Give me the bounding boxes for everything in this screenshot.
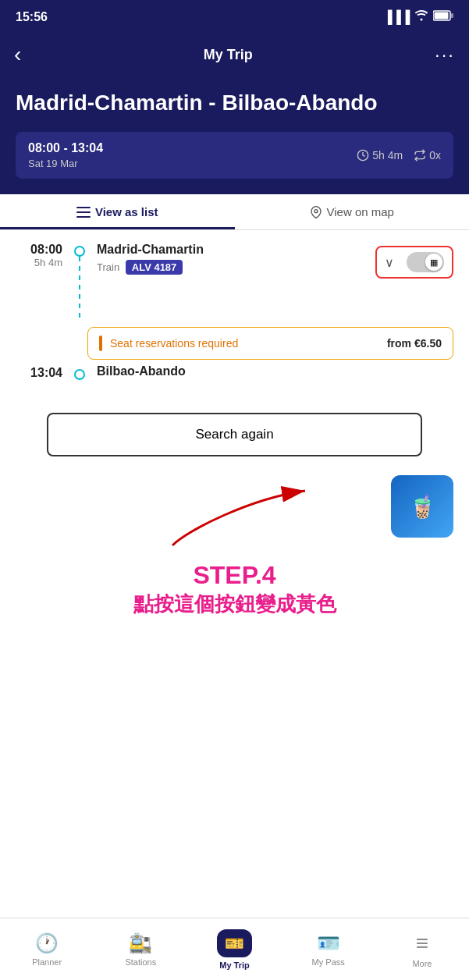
- svg-rect-2: [451, 13, 453, 18]
- nav-stations[interactable]: 🚉 Stations: [94, 918, 187, 980]
- wifi-icon: [414, 10, 428, 24]
- status-bar: 15:56 ▐▐▐: [0, 0, 469, 34]
- svg-rect-5: [76, 211, 91, 213]
- hero-times: 08:00 - 13:04: [28, 141, 103, 155]
- svg-rect-6: [76, 216, 91, 218]
- planner-icon: 🕐: [35, 932, 59, 954]
- search-again-area: Search again: [0, 394, 469, 475]
- hero-info: 08:00 - 13:04 Sat 19 Mar 5h 4m 0x: [16, 132, 453, 179]
- svg-rect-4: [76, 207, 91, 208]
- search-again-button[interactable]: Search again: [47, 413, 422, 456]
- tab-list[interactable]: View as list: [0, 194, 235, 229]
- tab-map[interactable]: View on map: [235, 194, 470, 229]
- trip-content: 08:00 5h 4m Madrid-Chamartin Train ALV 4…: [0, 230, 469, 394]
- departure-time-col: 08:00 5h 4m: [16, 243, 62, 268]
- planner-label: Planner: [32, 957, 62, 967]
- svg-rect-1: [435, 12, 449, 20]
- more-label: More: [412, 959, 432, 968]
- signal-icon: ▐▐▐: [383, 10, 410, 24]
- chevron-down-icon[interactable]: ∨: [385, 255, 394, 270]
- route-title: Madrid-Chamartin - Bilbao-Abando: [16, 89, 453, 116]
- duration-value: 5h 4m: [372, 149, 403, 162]
- stations-icon: 🚉: [129, 932, 152, 954]
- arrival-time-col: 13:04: [16, 366, 62, 380]
- annotation-area: 🧋 STEP.4 點按這個按鈕變成黃色: [0, 475, 469, 618]
- departure-info: Madrid-Chamartin Train ALV 4187: [97, 243, 366, 275]
- departure-time: 08:00: [28, 141, 60, 154]
- nav-mytrip[interactable]: 🎫 My Trip: [187, 918, 281, 980]
- battery-icon: [433, 10, 453, 24]
- step-subtitle: 點按這個按鈕變成黃色: [16, 590, 453, 618]
- mytrip-icon: 🎫: [225, 935, 244, 952]
- arrival-info: Bilbao-Abando: [97, 364, 453, 382]
- annotation-arrow: [126, 483, 344, 553]
- reservation-row: Seat reservations required from €6.50: [87, 327, 453, 360]
- nav-mypass[interactable]: 🪪 My Pass: [282, 918, 375, 980]
- dep-station: Madrid-Chamartin: [97, 243, 366, 257]
- hero-time-info: 08:00 - 13:04 Sat 19 Mar: [28, 141, 103, 169]
- arr-time: 13:04: [16, 366, 62, 380]
- reservation-text: Seat reservations required: [99, 336, 238, 351]
- nav-planner[interactable]: 🕐 Planner: [0, 918, 94, 980]
- ad-badge: 🧋: [391, 475, 453, 538]
- train-badge: ALV 4187: [126, 260, 183, 275]
- bottom-nav: 🕐 Planner 🚉 Stations 🎫 My Trip 🪪 My Pass…: [0, 918, 469, 980]
- mypass-icon: 🪪: [317, 932, 340, 954]
- price-value: €6.50: [414, 337, 442, 350]
- nav-more[interactable]: ≡ More: [375, 918, 469, 980]
- tab-map-label: View on map: [327, 205, 394, 218]
- step-label: STEP.4: [16, 561, 453, 590]
- toggle-thumb: ▦: [425, 254, 442, 271]
- reservation-price: from €6.50: [387, 337, 442, 350]
- status-time: 15:56: [16, 10, 48, 24]
- toggle-switch[interactable]: ▦: [407, 252, 444, 272]
- tab-list-label: View as list: [95, 205, 158, 218]
- qr-toggle-area: ∨ ▦: [375, 243, 453, 279]
- train-info: Train ALV 4187: [97, 260, 366, 275]
- arrival-time: 13:04: [71, 141, 103, 154]
- journey-dashed-line: [79, 257, 80, 319]
- mytrip-label: My Trip: [219, 960, 250, 970]
- header: ‹ My Trip ···: [0, 34, 469, 75]
- hero-section: Madrid-Chamartin - Bilbao-Abando 08:00 -…: [0, 75, 469, 194]
- duration-info: 5h 4m: [357, 149, 403, 162]
- status-icons: ▐▐▐: [383, 10, 453, 24]
- more-button[interactable]: ···: [435, 44, 455, 66]
- back-button[interactable]: ‹: [14, 42, 21, 67]
- mypass-label: My Pass: [312, 957, 345, 967]
- changes-info: 0x: [414, 149, 441, 162]
- journey-line: [72, 243, 87, 319]
- mytrip-icon-wrap: 🎫: [217, 929, 252, 957]
- arrival-dot: [74, 369, 85, 380]
- arr-station: Bilbao-Abando: [97, 364, 453, 378]
- svg-point-7: [314, 209, 318, 212]
- reservation-label: Seat reservations required: [110, 337, 238, 350]
- qr-icon: ▦: [430, 257, 438, 268]
- arrival-segment: 13:04 Bilbao-Abando: [16, 364, 453, 382]
- reservation-bar: [99, 336, 102, 351]
- more-icon: ≡: [416, 931, 428, 956]
- header-title: My Trip: [204, 47, 253, 63]
- hero-details: 5h 4m 0x: [357, 149, 441, 162]
- hero-date: Sat 19 Mar: [28, 158, 103, 169]
- departure-segment: 08:00 5h 4m Madrid-Chamartin Train ALV 4…: [16, 243, 453, 319]
- qr-toggle-box[interactable]: ∨ ▦: [375, 246, 453, 279]
- arrival-dot-col: [72, 366, 87, 380]
- dep-duration: 5h 4m: [16, 257, 62, 268]
- price-label: from: [387, 337, 411, 350]
- departure-dot: [74, 246, 85, 257]
- stations-label: Stations: [125, 957, 156, 967]
- dep-time: 08:00: [16, 243, 62, 257]
- view-tabs: View as list View on map: [0, 194, 469, 230]
- changes-value: 0x: [429, 149, 441, 162]
